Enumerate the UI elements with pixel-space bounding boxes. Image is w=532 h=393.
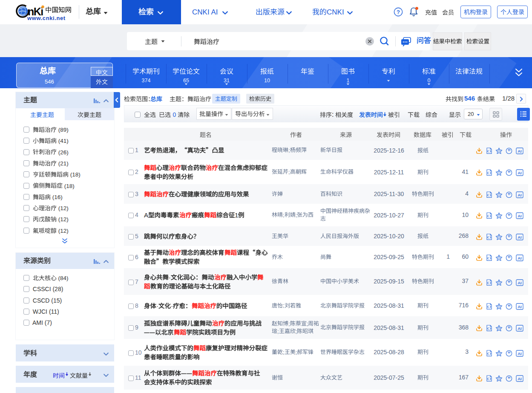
svg-text:AI: AI <box>518 213 522 218</box>
svg-text:AI: AI <box>518 148 522 153</box>
svg-text:”: ” <box>508 280 511 286</box>
svg-text:AI: AI <box>518 351 522 355</box>
svg-text:”: ” <box>508 192 511 198</box>
svg-text:AI: AI <box>518 304 522 309</box>
svg-text:AI: AI <box>518 170 522 175</box>
svg-text:AI: AI <box>518 280 522 285</box>
svg-text:AI: AI <box>518 234 522 239</box>
svg-text:”: ” <box>508 325 511 332</box>
svg-text:AI: AI <box>518 326 522 330</box>
svg-text:”: ” <box>508 234 511 240</box>
svg-text:”: ” <box>508 213 511 219</box>
svg-text:?: ? <box>397 9 400 15</box>
svg-text:AI: AI <box>518 376 522 381</box>
svg-text:”: ” <box>508 148 511 154</box>
svg-text:”: ” <box>508 170 511 176</box>
svg-text:AI: AI <box>518 192 522 197</box>
svg-text:AI: AI <box>518 255 522 260</box>
svg-text:”: ” <box>508 376 511 382</box>
svg-text:”: ” <box>508 350 511 357</box>
svg-text:”: ” <box>508 303 511 310</box>
svg-text:”: ” <box>508 255 511 261</box>
